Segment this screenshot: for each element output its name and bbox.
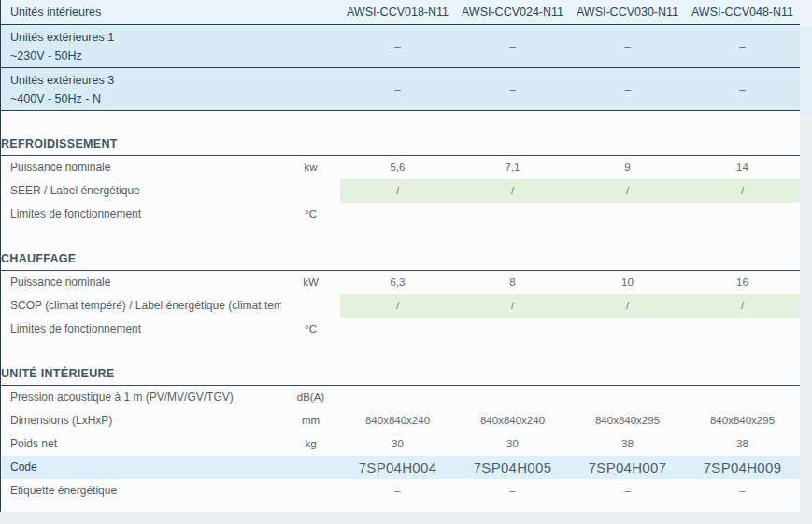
section: CHAUFFAGEPuissance nominalekW6,381016SCO… xyxy=(1,251,800,341)
value-cell xyxy=(570,203,685,226)
row-label: Unités extérieures 3~400V - 50Hz - N xyxy=(1,68,340,111)
value-cell: / xyxy=(455,179,570,203)
value-cell: 16 xyxy=(685,271,800,294)
value-cell xyxy=(340,318,455,341)
value-cell xyxy=(685,203,800,226)
spec-row: Etiquette énergétique–––– xyxy=(1,479,800,503)
row-label: Puissance nominale xyxy=(1,156,281,179)
right-strip-header xyxy=(800,0,812,26)
column-header: AWSI-CCV018-N11 xyxy=(340,0,455,25)
top-table: Unités intérieures AWSI-CCV018-N11AWSI-C… xyxy=(1,0,800,111)
section: UNITÉ INTÉRIEUREPression acoustique à 1 … xyxy=(1,366,800,503)
value-cell: 7SP04H007 xyxy=(570,456,685,479)
row-label-line2: ~230V - 50Hz xyxy=(10,47,340,65)
value-cell: 30 xyxy=(340,432,455,456)
row-label: SEER / Label énergétique xyxy=(1,179,281,203)
value-cell: 7SP04H009 xyxy=(685,456,800,479)
value-cell xyxy=(570,386,685,409)
row-label-line1: Unités extérieures 1 xyxy=(10,28,340,47)
value-cell xyxy=(455,203,570,226)
spec-row: SCOP (climat tempéré) / Label énergétiqu… xyxy=(1,294,800,318)
value-cell: 30 xyxy=(455,432,570,456)
code-row: Code7SP04H0047SP04H0057SP04H0077SP04H009 xyxy=(1,456,800,479)
row-label: Unités extérieures 1~230V - 50Hz xyxy=(1,25,340,68)
row-label: Puissance nominale xyxy=(1,271,281,294)
spec-row: Puissance nominalekW6,381016 xyxy=(1,271,800,294)
value-cell: 38 xyxy=(685,432,800,456)
right-strip-row2 xyxy=(800,70,812,114)
value-cell: – xyxy=(570,479,685,503)
unit-cell: kW xyxy=(281,271,340,294)
row-label: Dimensions (LxHxP) xyxy=(1,409,281,432)
section: REFROIDISSEMENTPuissance nominalekw5,67,… xyxy=(1,136,800,226)
value-cell: 840x840x295 xyxy=(570,409,685,432)
top-table-header-row: Unités intérieures AWSI-CCV018-N11AWSI-C… xyxy=(1,0,800,25)
row-label: Limites de fonctionnement xyxy=(1,203,281,226)
value-cell xyxy=(455,318,570,341)
value-cell: 5,6 xyxy=(340,156,455,179)
section-title: CHAUFFAGE xyxy=(1,251,800,271)
unit-cell xyxy=(281,479,340,503)
row-label: Code xyxy=(1,456,281,479)
value-cell: / xyxy=(570,179,685,203)
value-cell xyxy=(340,386,455,409)
value-cell xyxy=(570,318,685,341)
right-strip-row1 xyxy=(800,26,812,70)
value-cell: – xyxy=(685,479,800,503)
unit-cell: mm xyxy=(281,409,340,432)
value-cell: – xyxy=(340,68,455,111)
value-cell: 38 xyxy=(570,432,685,456)
unit-cell xyxy=(281,179,340,203)
row-label: Limites de fonctionnement xyxy=(1,318,281,341)
spec-row: Poids netkg30303838 xyxy=(1,432,800,456)
spec-row: SEER / Label énergétique//// xyxy=(1,179,800,203)
value-cell: 7SP04H005 xyxy=(455,456,570,479)
value-cell: 840x840x240 xyxy=(455,409,570,432)
row-label: Etiquette énergétique xyxy=(1,479,281,503)
unit-cell: kw xyxy=(281,156,340,179)
spec-row: Pression acoustique à 1 m (PV/MV/GV/TGV)… xyxy=(1,386,800,409)
spec-row: Limites de fonctionnement°C xyxy=(1,318,800,341)
value-cell: – xyxy=(340,25,455,68)
outdoor-unit-row: Unités extérieures 1~230V - 50Hz–––– xyxy=(1,25,800,68)
unit-cell xyxy=(281,294,340,318)
value-cell: 8 xyxy=(455,271,570,294)
value-cell: – xyxy=(340,479,455,503)
value-cell: 840x840x295 xyxy=(685,409,800,432)
value-cell: / xyxy=(685,179,800,203)
spec-row: Puissance nominalekw5,67,1914 xyxy=(1,156,800,179)
value-cell: – xyxy=(455,25,570,68)
column-header: AWSI-CCV048-N11 xyxy=(685,0,800,25)
spec-content: Unités intérieures AWSI-CCV018-N11AWSI-C… xyxy=(0,0,800,512)
column-header: AWSI-CCV024-N11 xyxy=(455,0,570,25)
section-title: UNITÉ INTÉRIEURE xyxy=(1,366,800,386)
value-cell: – xyxy=(455,479,570,503)
row-label-line2: ~400V - 50Hz - N xyxy=(10,90,340,108)
indoor-units-label: Unités intérieures xyxy=(1,0,340,25)
value-cell: 7,1 xyxy=(455,156,570,179)
value-cell: / xyxy=(570,294,685,318)
outdoor-unit-row: Unités extérieures 3~400V - 50Hz - N–––– xyxy=(1,68,800,111)
row-label: SCOP (climat tempéré) / Label énergétiqu… xyxy=(1,294,281,318)
value-cell: – xyxy=(685,68,800,111)
value-cell xyxy=(685,318,800,341)
value-cell xyxy=(685,386,800,409)
unit-cell xyxy=(281,456,340,479)
value-cell: – xyxy=(570,25,685,68)
unit-cell: °C xyxy=(281,203,340,226)
value-cell: 840x840x240 xyxy=(340,409,455,432)
spec-row: Dimensions (LxHxP)mm840x840x240840x840x2… xyxy=(1,409,800,432)
value-cell: 14 xyxy=(685,156,800,179)
value-cell: 10 xyxy=(570,271,685,294)
value-cell: – xyxy=(685,25,800,68)
value-cell: 7SP04H004 xyxy=(340,456,455,479)
row-label: Poids net xyxy=(1,432,281,456)
value-cell: / xyxy=(340,179,455,203)
value-cell: / xyxy=(455,294,570,318)
value-cell: / xyxy=(685,294,800,318)
value-cell: 9 xyxy=(570,156,685,179)
column-header: AWSI-CCV030-N11 xyxy=(570,0,685,25)
value-cell xyxy=(340,203,455,226)
value-cell: 6,3 xyxy=(340,271,455,294)
product-spec-sheet: Unités intérieures AWSI-CCV018-N11AWSI-C… xyxy=(0,0,812,524)
